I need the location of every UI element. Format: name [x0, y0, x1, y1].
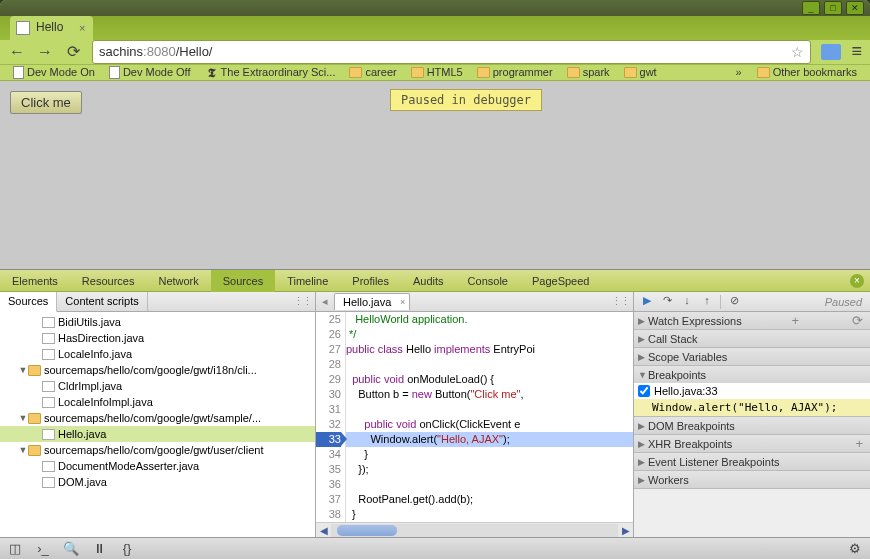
- resume-button[interactable]: ▶: [638, 294, 656, 310]
- step-out-button[interactable]: ↑: [698, 294, 716, 310]
- devtools-tab-timeline[interactable]: Timeline: [275, 270, 340, 292]
- prev-file-icon[interactable]: ◂: [316, 295, 334, 308]
- file-tree[interactable]: BidiUtils.javaHasDirection.javaLocaleInf…: [0, 312, 315, 537]
- scroll-left-icon[interactable]: ◀: [316, 525, 331, 536]
- maximize-button[interactable]: □: [824, 1, 842, 15]
- window-titlebar: _ □ ✕: [0, 0, 870, 16]
- file-tab-label: Hello.java: [343, 296, 391, 308]
- devtools-tab-network[interactable]: Network: [146, 270, 210, 292]
- bookmark-item[interactable]: programmer: [472, 65, 558, 81]
- settings-gear-icon[interactable]: ⚙: [846, 541, 864, 556]
- debugger-status: Paused: [825, 296, 866, 308]
- page-action-icon[interactable]: [821, 44, 841, 60]
- console-toggle-icon[interactable]: ›_: [34, 541, 52, 556]
- tree-file[interactable]: LocaleInfo.java: [0, 346, 315, 362]
- file-icon: [42, 333, 55, 344]
- sources-subtab[interactable]: Sources: [0, 292, 57, 312]
- file-tab[interactable]: Hello.java ×: [334, 293, 410, 310]
- panel-grip-icon[interactable]: ⋮⋮: [289, 292, 315, 311]
- browser-toolbar: ← → ⟳ sachins:8080/Hello/ ☆ ≡: [0, 40, 870, 65]
- other-bookmarks[interactable]: Other bookmarks: [752, 65, 862, 81]
- event-listener-bp-section[interactable]: ▶Event Listener Breakpoints: [634, 453, 870, 470]
- close-window-button[interactable]: ✕: [846, 1, 864, 15]
- panel-grip-icon[interactable]: ⋮⋮: [607, 292, 633, 311]
- watch-expressions-section[interactable]: ▶Watch Expressions+⟳: [634, 312, 870, 329]
- breakpoints-section[interactable]: ▼Breakpoints: [634, 366, 870, 383]
- click-me-button[interactable]: Click me: [10, 91, 82, 114]
- scroll-right-icon[interactable]: ▶: [618, 525, 633, 536]
- bookmark-item[interactable]: gwt: [619, 65, 662, 81]
- browser-tab[interactable]: Hello ×: [10, 16, 93, 40]
- step-over-button[interactable]: ↷: [658, 294, 676, 310]
- code-area[interactable]: 2526272829303132333435363738 HelloWorld …: [316, 312, 633, 522]
- tree-file[interactable]: BidiUtils.java: [0, 314, 315, 330]
- file-icon: [42, 429, 55, 440]
- tree-folder[interactable]: ▼sourcemaps/hello/com/google/gwt/i18n/cl…: [0, 362, 315, 378]
- dock-icon[interactable]: ◫: [6, 541, 24, 556]
- tree-folder[interactable]: ▼sourcemaps/hello/com/google/gwt/user/cl…: [0, 442, 315, 458]
- tree-file[interactable]: Hello.java: [0, 426, 315, 442]
- bookmarks-bar: Dev Mode OnDev Mode Off𝕿The Extraordinar…: [0, 65, 870, 81]
- tree-file[interactable]: DOM.java: [0, 474, 315, 490]
- reload-button[interactable]: ⟳: [64, 42, 82, 61]
- bookmarks-overflow-icon[interactable]: »: [730, 66, 748, 78]
- devtools-close-icon[interactable]: ×: [850, 274, 864, 288]
- minimize-button[interactable]: _: [802, 1, 820, 15]
- tab-close-icon[interactable]: ×: [79, 22, 85, 34]
- bookmark-item[interactable]: career: [344, 65, 401, 81]
- pretty-print-icon[interactable]: {}: [118, 541, 136, 556]
- tree-file[interactable]: DocumentModeAsserter.java: [0, 458, 315, 474]
- workers-section[interactable]: ▶Workers: [634, 471, 870, 488]
- tree-file[interactable]: LocaleInfoImpl.java: [0, 394, 315, 410]
- menu-icon[interactable]: ≡: [851, 41, 862, 62]
- devtools-tab-resources[interactable]: Resources: [70, 270, 147, 292]
- step-into-button[interactable]: ↓: [678, 294, 696, 310]
- breakpoint-row[interactable]: Hello.java:33: [634, 383, 870, 399]
- bookmark-item[interactable]: Dev Mode Off: [104, 65, 196, 81]
- devtools-tab-sources[interactable]: Sources: [211, 270, 275, 292]
- tree-file[interactable]: CldrImpl.java: [0, 378, 315, 394]
- tree-folder[interactable]: ▼sourcemaps/hello/com/google/gwt/sample/…: [0, 410, 315, 426]
- file-icon: [42, 349, 55, 360]
- bookmark-label: HTML5: [427, 66, 463, 78]
- tree-label: LocaleInfo.java: [58, 348, 132, 360]
- call-stack-section[interactable]: ▶Call Stack: [634, 330, 870, 347]
- refresh-watch-icon[interactable]: ⟳: [849, 313, 866, 328]
- horizontal-scrollbar[interactable]: ◀ ▶: [316, 522, 633, 537]
- breakpoint-checkbox[interactable]: [638, 385, 650, 397]
- deactivate-breakpoints-button[interactable]: ⊘: [725, 294, 743, 310]
- scope-variables-section[interactable]: ▶Scope Variables: [634, 348, 870, 365]
- tree-file[interactable]: HasDirection.java: [0, 330, 315, 346]
- devtools-tab-profiles[interactable]: Profiles: [340, 270, 401, 292]
- bookmark-item[interactable]: spark: [562, 65, 615, 81]
- tree-label: sourcemaps/hello/com/google/gwt/sample/.…: [44, 412, 261, 424]
- devtools-statusbar: ◫ ›_ 🔍 ⏸ {} ⚙: [0, 537, 870, 559]
- bookmark-item[interactable]: HTML5: [406, 65, 468, 81]
- dom-breakpoints-section[interactable]: ▶DOM Breakpoints: [634, 417, 870, 434]
- bookmark-item[interactable]: Dev Mode On: [8, 65, 100, 81]
- devtools-tab-console[interactable]: Console: [456, 270, 520, 292]
- bookmark-star-icon[interactable]: ☆: [791, 44, 804, 60]
- file-tab-close-icon[interactable]: ×: [400, 297, 405, 307]
- scroll-thumb[interactable]: [337, 525, 397, 536]
- bookmark-label: The Extraordinary Sci...: [221, 66, 336, 78]
- devtools-tab-elements[interactable]: Elements: [0, 270, 70, 292]
- content-scripts-subtab[interactable]: Content scripts: [57, 292, 147, 311]
- page-icon: [109, 66, 120, 79]
- pause-exceptions-icon[interactable]: ⏸: [90, 541, 108, 556]
- bookmark-item[interactable]: 𝕿The Extraordinary Sci...: [200, 65, 341, 81]
- file-icon: [42, 477, 55, 488]
- add-xhr-bp-icon[interactable]: +: [852, 436, 866, 451]
- favicon-icon: [16, 21, 30, 35]
- forward-button[interactable]: →: [36, 43, 54, 61]
- address-bar[interactable]: sachins:8080/Hello/ ☆: [92, 40, 811, 64]
- nyt-icon: 𝕿: [205, 66, 218, 79]
- devtools-tab-pagespeed[interactable]: PageSpeed: [520, 270, 602, 292]
- search-icon[interactable]: 🔍: [62, 541, 80, 556]
- tree-label: CldrImpl.java: [58, 380, 122, 392]
- xhr-breakpoints-section[interactable]: ▶XHR Breakpoints+: [634, 435, 870, 452]
- tree-label: sourcemaps/hello/com/google/gwt/user/cli…: [44, 444, 264, 456]
- back-button[interactable]: ←: [8, 43, 26, 61]
- devtools-tab-audits[interactable]: Audits: [401, 270, 456, 292]
- add-watch-icon[interactable]: +: [789, 313, 803, 328]
